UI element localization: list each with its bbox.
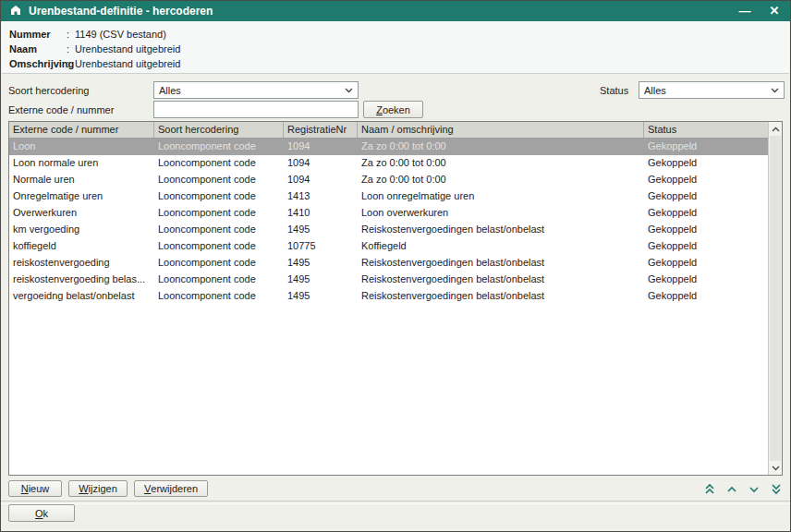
cell-naam: Reiskostenvergoedingen belast/onbelast: [358, 272, 644, 288]
cell-externe_code: reiskostenvergoeding belas...: [9, 272, 154, 288]
table-row[interactable]: LoonLooncomponent code1094Za zo 0:00 tot…: [9, 139, 768, 155]
info-row-naam: Naam:Urenbestand uitgebreid: [9, 42, 782, 56]
table-row[interactable]: reiskostenvergoeding belas...Looncompone…: [9, 272, 768, 288]
externe-code-label: Externe code / nummer: [8, 103, 114, 116]
minimize-button[interactable]: —: [737, 2, 752, 20]
scroll-up-button[interactable]: [769, 122, 782, 136]
soort-hercodering-select[interactable]: Alles: [153, 81, 359, 99]
cell-naam: Reiskostenvergoedingen belast/onbelast: [358, 288, 644, 305]
cell-naam: Za zo 0:00 tot 0:00: [358, 155, 644, 172]
nummer-value: 1149 (CSV bestand): [75, 29, 166, 40]
cell-status: Gekoppeld: [644, 288, 768, 305]
table-row[interactable]: km vergoedingLooncomponent code1495Reisk…: [9, 222, 768, 238]
naam-value: Urenbestand uitgebreid: [75, 43, 180, 54]
column-header-naam-omschrijving[interactable]: Naam / omschrijving: [358, 122, 644, 138]
move-down-icon[interactable]: [747, 482, 761, 496]
status-label: Status: [600, 84, 628, 97]
zoeken-button[interactable]: Zoeken: [363, 101, 423, 118]
recode-table: Externe code / nummer Soort hercodering …: [8, 121, 783, 476]
scroll-down-button[interactable]: [769, 461, 782, 475]
table-header: Externe code / nummer Soort hercodering …: [9, 122, 768, 139]
externe-code-input[interactable]: [153, 101, 359, 118]
cell-naam: Koffiegeld: [358, 238, 644, 255]
table-body: LoonLooncomponent code1094Za zo 0:00 tot…: [9, 139, 768, 305]
close-button[interactable]: ✕: [767, 2, 782, 20]
cell-status: Gekoppeld: [644, 188, 768, 205]
cell-status: Gekoppeld: [644, 172, 768, 188]
info-row-omschrijving: Omschrijving:Urenbestand uitgebreid: [9, 56, 782, 71]
table-row[interactable]: reiskostenvergoedingLooncomponent code14…: [9, 255, 768, 272]
cell-externe_code: vergoeidng belast/onbelast: [9, 288, 154, 305]
cell-status: Gekoppeld: [644, 238, 768, 255]
cell-soort: Looncomponent code: [154, 255, 284, 272]
cell-registratie_nr: 1094: [284, 155, 358, 172]
titlebar: Urenbestand-definitie - hercoderen — ✕: [1, 1, 790, 21]
cell-status: Gekoppeld: [644, 205, 768, 222]
naam-label: Naam: [9, 42, 67, 56]
cell-soort: Looncomponent code: [154, 155, 284, 172]
cell-registratie_nr: 10775: [284, 238, 358, 255]
cell-registratie_nr: 1094: [284, 139, 358, 155]
soort-hercodering-selected-value: Alles: [159, 85, 181, 96]
cell-status: Gekoppeld: [644, 255, 768, 272]
table-row[interactable]: Onregelmatige urenLooncomponent code1413…: [9, 188, 768, 205]
cell-registratie_nr: 1495: [284, 222, 358, 238]
separator: :: [67, 56, 75, 71]
cell-externe_code: Onregelmatige uren: [9, 188, 154, 205]
cell-registratie_nr: 1495: [284, 288, 358, 305]
cell-externe_code: Loon: [9, 139, 154, 155]
nieuw-button[interactable]: Nieuw: [8, 480, 62, 497]
cell-status: Gekoppeld: [644, 139, 768, 155]
cell-status: Gekoppeld: [644, 222, 768, 238]
cell-registratie_nr: 1495: [284, 255, 358, 272]
cell-naam: Za zo 0:00 tot 0:00: [358, 172, 644, 188]
move-last-icon[interactable]: [769, 482, 783, 496]
cell-status: Gekoppeld: [644, 155, 768, 172]
cell-registratie_nr: 1495: [284, 272, 358, 288]
table-row[interactable]: OverwerkurenLooncomponent code1410Loon o…: [9, 205, 768, 222]
vertical-scrollbar[interactable]: [768, 122, 782, 475]
cell-soort: Looncomponent code: [154, 272, 284, 288]
filter-area: Soort hercodering Alles Status Alles Ext…: [1, 75, 790, 121]
omschrijving-value: Urenbestand uitgebreid: [75, 58, 180, 69]
cell-naam: Loon onregelmatige uren: [358, 188, 644, 205]
move-up-icon[interactable]: [724, 482, 738, 496]
cell-externe_code: reiskostenvergoeding: [9, 255, 154, 272]
nummer-label: Nummer: [9, 27, 67, 42]
cell-externe_code: Normale uren: [9, 172, 154, 188]
move-first-icon[interactable]: [702, 482, 716, 496]
scrollbar-thumb[interactable]: [770, 136, 781, 461]
status-select[interactable]: Alles: [639, 81, 785, 99]
chevron-down-icon: [345, 88, 353, 93]
dialog-window: Urenbestand-definitie - hercoderen — ✕ N…: [0, 0, 791, 532]
column-header-externe-code[interactable]: Externe code / nummer: [9, 122, 154, 138]
cell-status: Gekoppeld: [644, 272, 768, 288]
table-row[interactable]: vergoeidng belast/onbelastLooncomponent …: [9, 288, 768, 305]
wijzigen-button[interactable]: Wijzigen: [68, 480, 128, 497]
cell-soort: Looncomponent code: [154, 205, 284, 222]
table-row[interactable]: Normale urenLooncomponent code1094Za zo …: [9, 172, 768, 188]
table-row[interactable]: koffiegeldLooncomponent code10775Koffieg…: [9, 238, 768, 255]
column-header-soort-hercodering[interactable]: Soort hercodering: [154, 122, 284, 138]
cell-externe_code: Loon normale uren: [9, 155, 154, 172]
info-row-nummer: Nummer:1149 (CSV bestand): [9, 27, 782, 42]
omschrijving-label: Omschrijving: [9, 56, 67, 71]
column-header-status[interactable]: Status: [644, 122, 768, 138]
app-icon: [9, 5, 22, 18]
cell-naam: Reiskostenvergoedingen belast/onbelast: [358, 255, 644, 272]
row-navigation: [702, 482, 783, 496]
chevron-down-icon: [771, 88, 779, 93]
separator: :: [67, 42, 75, 56]
cell-soort: Looncomponent code: [154, 172, 284, 188]
cell-registratie_nr: 1094: [284, 172, 358, 188]
cell-registratie_nr: 1413: [284, 188, 358, 205]
ok-button[interactable]: Ok: [8, 504, 75, 522]
column-header-registratienr[interactable]: RegistratieNr: [284, 122, 358, 138]
cell-externe_code: Overwerkuren: [9, 205, 154, 222]
window-title: Urenbestand-definitie - hercoderen: [29, 5, 213, 18]
cell-soort: Looncomponent code: [154, 222, 284, 238]
status-selected-value: Alles: [644, 85, 666, 96]
cell-soort: Looncomponent code: [154, 188, 284, 205]
table-row[interactable]: Loon normale urenLooncomponent code1094Z…: [9, 155, 768, 172]
verwijderen-button[interactable]: Verwijderen: [134, 480, 208, 497]
